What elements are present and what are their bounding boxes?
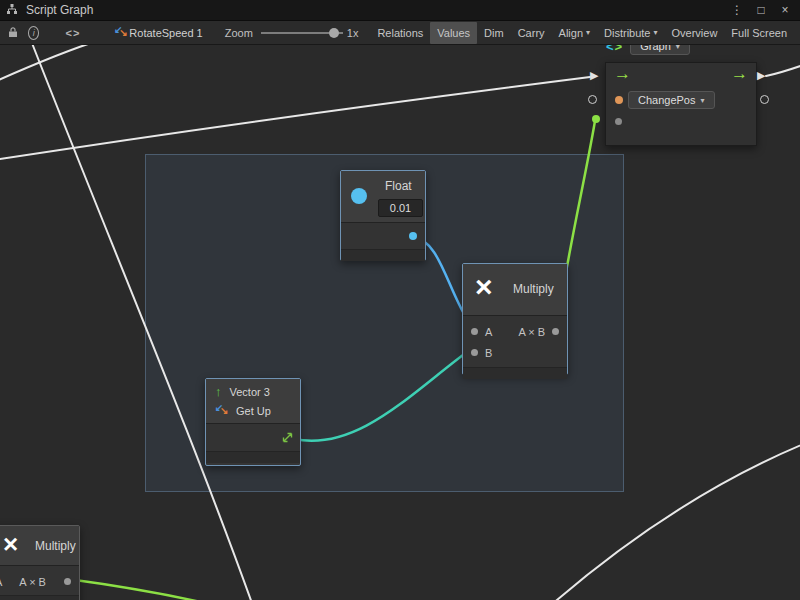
vector3-node-body: [206, 424, 300, 451]
get-up-row: ↙ ↘ Get Up: [206, 401, 300, 420]
multiply-port-row-a: A A × B: [463, 321, 567, 342]
multiply-icon: ×: [475, 270, 493, 304]
float-output-port[interactable]: [409, 232, 417, 240]
flow-connection-arrow-left: ▶: [590, 70, 598, 81]
variable-dropdown[interactable]: ChangePos ▾: [628, 91, 715, 109]
float-node-header: Float 0.01: [341, 171, 425, 223]
titlebar: Script Graph ⋮ □ ×: [0, 0, 800, 21]
vector3-title-row: ↑ Vector 3: [206, 382, 300, 401]
partial-multiply-port-row: A A × B: [0, 571, 79, 592]
partial-multiply-output-label: A × B: [19, 576, 46, 588]
multiply-node-partial[interactable]: × Multiply A A × B: [0, 525, 80, 600]
variable-port[interactable]: [615, 96, 623, 104]
get-direction-orange-arrow: ↘: [220, 405, 228, 416]
distribute-button[interactable]: Distribute ▾: [597, 22, 664, 44]
float-node-title: Float: [385, 179, 412, 193]
float-node-body: [341, 223, 425, 249]
window-title: Script Graph: [26, 3, 93, 17]
float-node-footer: [341, 249, 425, 261]
chevron-down-icon: ▾: [654, 28, 658, 37]
partial-multiply-footer: [0, 595, 79, 600]
full-screen-button[interactable]: Full Screen: [724, 22, 794, 44]
vector3-node-header: ↑ Vector 3 ↙ ↘ Get Up: [206, 379, 300, 424]
float-icon: [351, 188, 367, 204]
vector3-get-up-node[interactable]: ↑ Vector 3 ↙ ↘ Get Up: [205, 378, 301, 466]
partial-multiply-header: × Multiply: [0, 526, 79, 566]
flow-out-arrow-icon[interactable]: →: [731, 64, 748, 84]
zoom-slider-handle[interactable]: [329, 28, 339, 38]
vector-output-port[interactable]: [281, 431, 294, 444]
code-icon[interactable]: <>: [65, 27, 80, 39]
flow-connection-arrow-right: ▶: [757, 70, 765, 81]
multiply-node-ports: A A × B B: [463, 316, 567, 367]
multiply-port-row-b: B: [463, 342, 567, 363]
rotate-speed-icon: ↙ ↘: [114, 26, 125, 39]
graph-reference[interactable]: RotateSpeed 1: [129, 27, 202, 39]
graph-group-node[interactable]: → → ChangePos ▾: [605, 62, 757, 146]
zoom-slider[interactable]: [261, 26, 343, 40]
get-up-label: Get Up: [236, 405, 271, 417]
script-graph-icon: [6, 3, 18, 18]
rotate-speed-icon-orange-arrow: ↘: [119, 27, 127, 38]
close-icon[interactable]: ×: [776, 3, 794, 17]
kebab-menu-icon[interactable]: ⋮: [728, 3, 746, 17]
unconnected-port-right[interactable]: [760, 95, 769, 104]
chevron-down-icon: ▾: [586, 28, 590, 37]
partial-multiply-output-port[interactable]: [64, 578, 71, 585]
values-button[interactable]: Values: [430, 22, 477, 44]
info-icon[interactable]: i: [28, 26, 39, 40]
multiply-node-title: Multiply: [513, 282, 554, 296]
connected-green-port[interactable]: [592, 115, 600, 123]
vector3-icon: ↑: [215, 384, 222, 399]
zoom-label: Zoom: [225, 27, 253, 39]
partial-multiply-title: Multiply: [35, 539, 76, 553]
overview-button[interactable]: Overview: [665, 22, 725, 44]
align-button[interactable]: Align ▾: [552, 22, 597, 44]
chevron-down-icon: ▾: [701, 96, 705, 105]
maximize-icon[interactable]: □: [752, 3, 770, 17]
flow-in-arrow-icon[interactable]: →: [614, 64, 631, 84]
value-port[interactable]: [615, 118, 622, 125]
unconnected-port-left[interactable]: [588, 95, 597, 104]
multiply-input-b-label: B: [485, 347, 492, 359]
multiply-node-header: × Multiply: [463, 264, 567, 316]
multiply-input-b-port[interactable]: [471, 349, 478, 356]
multiply-node-footer: [463, 367, 567, 379]
graph-toolbar: i <> ↙ ↘ RotateSpeed 1 Zoom 1x Relations…: [0, 21, 800, 45]
multiply-output-port[interactable]: [552, 328, 559, 335]
float-value-field[interactable]: 0.01: [378, 199, 423, 217]
partial-multiply-input-a-label: A: [0, 576, 2, 588]
multiply-node[interactable]: × Multiply A A × B B: [462, 263, 568, 375]
relations-button[interactable]: Relations: [370, 22, 430, 44]
dim-button[interactable]: Dim: [477, 22, 511, 44]
lock-icon[interactable]: [8, 26, 18, 40]
multiply-input-a-port[interactable]: [471, 328, 478, 335]
align-button-label: Align: [559, 27, 583, 39]
multiply-icon: ×: [3, 528, 18, 560]
variable-dropdown-label: ChangePos: [638, 94, 696, 106]
vector3-node-title: Vector 3: [230, 386, 270, 398]
partial-multiply-ports: A A × B: [0, 566, 79, 595]
carry-button[interactable]: Carry: [511, 22, 552, 44]
get-direction-icon: ↙ ↘: [215, 404, 228, 417]
vector3-node-footer: [206, 451, 300, 463]
multiply-input-a-label: A: [485, 326, 492, 338]
zoom-value: 1x: [347, 27, 359, 39]
distribute-button-label: Distribute: [604, 27, 650, 39]
float-node[interactable]: Float 0.01: [340, 170, 426, 261]
script-graph-window: Script Graph ⋮ □ × i <> ↙ ↘ RotateSpeed …: [0, 0, 800, 600]
multiply-output-label: A × B: [518, 326, 545, 338]
